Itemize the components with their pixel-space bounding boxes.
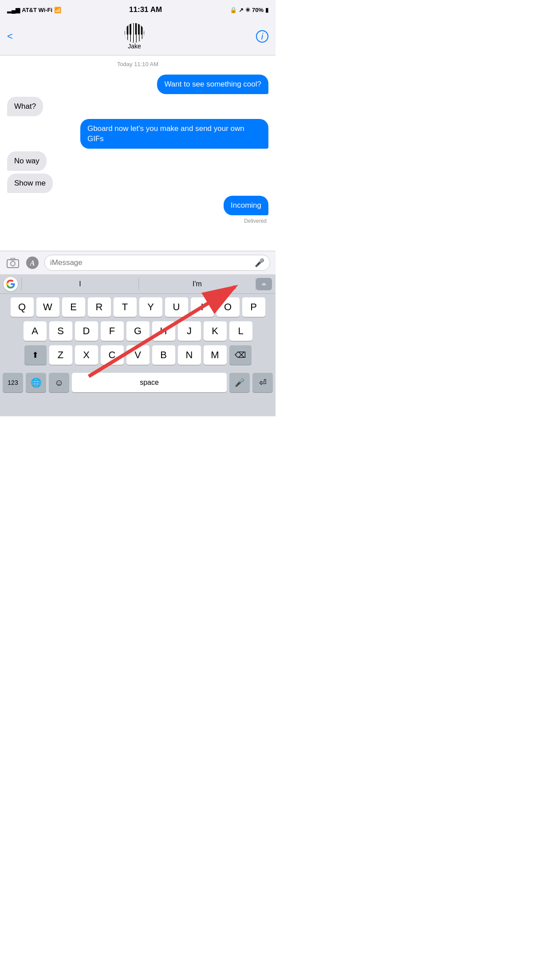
key-s[interactable]: S	[49, 321, 72, 341]
key-g[interactable]: G	[126, 321, 150, 341]
lock-icon: 🔒	[230, 7, 237, 13]
key-d[interactable]: D	[75, 321, 98, 341]
svg-rect-11	[138, 23, 140, 35]
message-bubble-incoming: Show me	[7, 174, 53, 193]
key-k[interactable]: K	[204, 321, 227, 341]
svg-rect-10	[135, 23, 137, 35]
space-key[interactable]: space	[72, 373, 227, 392]
mic-keyboard-key[interactable]: 🎤	[229, 373, 250, 392]
delete-key[interactable]: ⌫	[229, 345, 252, 365]
key-w[interactable]: W	[36, 297, 59, 317]
key-e[interactable]: E	[62, 297, 85, 317]
key-t[interactable]: T	[114, 297, 137, 317]
key-l[interactable]: L	[229, 321, 252, 341]
numbers-key[interactable]: 123	[3, 373, 23, 392]
message-row: Incoming	[7, 196, 268, 215]
key-p[interactable]: P	[242, 297, 265, 317]
message-bubble-outgoing: Incoming	[224, 196, 268, 215]
svg-rect-12	[141, 23, 142, 35]
message-bubble-incoming: No way	[7, 151, 47, 171]
app-store-button[interactable]: A	[25, 255, 40, 270]
carrier-label: AT&T Wi-Fi	[22, 7, 52, 13]
svg-text:A: A	[30, 259, 35, 267]
key-r[interactable]: R	[88, 297, 111, 317]
suggestion-i[interactable]: I	[22, 280, 138, 288]
location-icon: ↗	[239, 7, 244, 13]
message-bubble-outgoing: Want to see something cool?	[157, 75, 268, 94]
key-m[interactable]: M	[204, 345, 227, 365]
key-o[interactable]: O	[216, 297, 240, 317]
key-v[interactable]: V	[126, 345, 150, 365]
key-u[interactable]: U	[165, 297, 188, 317]
status-right-icons: 🔒 ↗ ✳ 70% ▮	[230, 7, 268, 13]
emoji-key[interactable]: ☺	[49, 373, 69, 392]
camera-button[interactable]	[5, 255, 20, 270]
message-row: Gboard now let's you make and send your …	[7, 119, 268, 149]
nav-header: < Jake i	[0, 20, 276, 55]
signal-bars: ▂▄▆	[7, 7, 20, 13]
message-row: Want to see something cool?	[7, 75, 268, 94]
message-row: What?	[7, 97, 268, 116]
keyboard-bottom-row: 123 🌐 ☺ space 🎤 ⏎	[0, 371, 276, 394]
back-button[interactable]: <	[7, 31, 13, 42]
message-input-wrap: 🎤	[44, 255, 270, 271]
messages-area: Today 11:10 AM Want to see something coo…	[0, 55, 276, 251]
svg-rect-8	[126, 23, 128, 35]
mic-icon[interactable]: 🎤	[255, 258, 264, 268]
key-x[interactable]: X	[75, 345, 98, 365]
bluetooth-icon: ✳	[245, 7, 250, 13]
key-n[interactable]: N	[178, 345, 201, 365]
nav-center: Jake	[125, 23, 144, 50]
suggestion-im[interactable]: I'm	[139, 280, 256, 288]
key-row-2: A S D F G H J K L	[2, 321, 274, 341]
key-row-1: Q W E R T Y U I O P	[2, 297, 274, 317]
google-logo[interactable]	[4, 277, 18, 291]
message-bubble-outgoing: Gboard now let's you make and send your …	[80, 119, 268, 149]
message-row: Show me	[7, 174, 268, 193]
key-a[interactable]: A	[24, 321, 47, 341]
message-row: No way	[7, 151, 268, 171]
key-j[interactable]: J	[178, 321, 201, 341]
gif-button[interactable]: ∞	[256, 278, 272, 290]
delivered-label: Delivered	[7, 218, 267, 224]
svg-rect-9	[130, 23, 131, 35]
return-key[interactable]: ⏎	[252, 373, 273, 392]
key-c[interactable]: C	[101, 345, 124, 365]
contact-name: Jake	[128, 43, 141, 50]
input-bar: A 🎤	[0, 251, 276, 274]
key-y[interactable]: Y	[139, 297, 162, 317]
contact-avatar	[125, 23, 144, 43]
shift-key[interactable]: ⬆	[24, 345, 47, 365]
globe-key[interactable]: 🌐	[26, 373, 46, 392]
wifi-icon: 📶	[54, 7, 61, 13]
key-q[interactable]: Q	[11, 297, 34, 317]
key-i[interactable]: I	[191, 297, 214, 317]
svg-point-14	[11, 261, 15, 266]
key-row-3: ⬆ Z X C V B N M ⌫	[2, 345, 274, 365]
svg-rect-13	[7, 260, 19, 268]
keyboard: I I'm ∞ Q W E R T Y U I O P A S D F G H …	[0, 274, 276, 416]
message-input[interactable]	[50, 258, 251, 267]
battery-icon: ▮	[265, 7, 268, 13]
status-time: 11:31 AM	[129, 5, 162, 14]
key-b[interactable]: B	[152, 345, 175, 365]
status-bar: ▂▄▆ AT&T Wi-Fi 📶 11:31 AM 🔒 ↗ ✳ 70% ▮	[0, 0, 276, 20]
battery-label: 70%	[252, 7, 264, 13]
info-button[interactable]: i	[256, 30, 268, 43]
keyboard-suggestions-row: I I'm ∞	[0, 274, 276, 294]
keyboard-rows: Q W E R T Y U I O P A S D F G H J K L ⬆ …	[0, 294, 276, 371]
status-carrier: ▂▄▆ AT&T Wi-Fi 📶	[7, 7, 61, 13]
message-bubble-incoming: What?	[7, 97, 43, 116]
message-timestamp: Today 11:10 AM	[7, 61, 268, 67]
key-z[interactable]: Z	[49, 345, 72, 365]
key-f[interactable]: F	[101, 321, 124, 341]
key-h[interactable]: H	[152, 321, 175, 341]
